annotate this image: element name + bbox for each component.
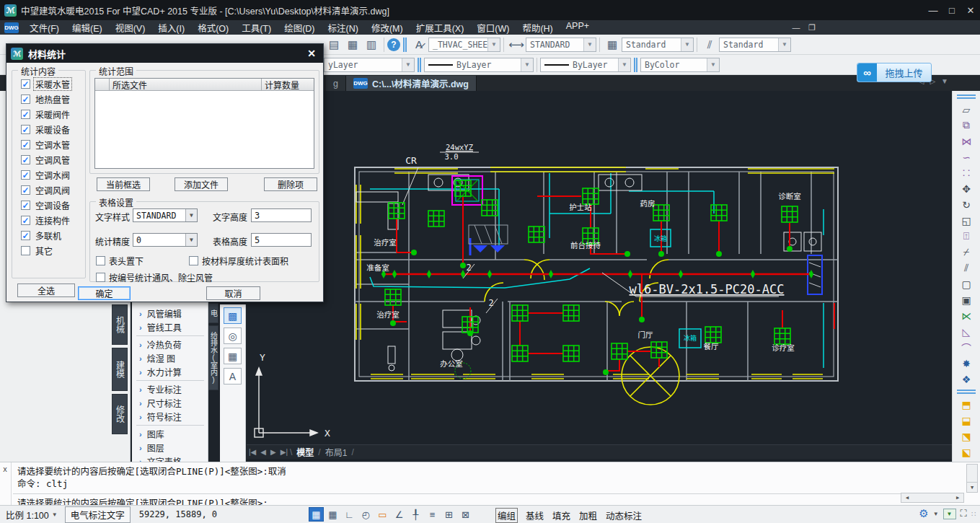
text-style-combo[interactable]: _THVAC_SHEET ▼	[428, 38, 500, 52]
checkbox-icon[interactable]	[96, 256, 105, 265]
content-item-空调设备[interactable]: ✓空调设备	[12, 198, 85, 213]
donut-icon[interactable]: ◎	[224, 328, 242, 344]
chevron-down-icon[interactable]: ▼	[933, 511, 939, 517]
array-icon[interactable]: ⸬	[958, 165, 975, 180]
mdi-minimize-button[interactable]: —	[788, 22, 804, 33]
drawing-canvas[interactable]: 治疗室准备室治疗室办公室护士站前台接待药房门厅餐厅诊断室诊疗室冰箱冰箱CR24w…	[247, 91, 952, 462]
copy-icon[interactable]: ⧉	[958, 118, 975, 133]
palette-tab-修改[interactable]: 修改	[112, 394, 128, 434]
command-line[interactable]: x 请选择要统计的内容后按确定[选取闭合PLINE(P)]<整张图>:取消命令:…	[0, 462, 980, 505]
lineweight-icon[interactable]: ≡	[425, 507, 440, 522]
stretch-icon[interactable]: ⍐	[958, 229, 975, 244]
join-icon[interactable]: ⋉	[958, 308, 975, 323]
checkbox-icon[interactable]	[96, 273, 105, 282]
dynamic-input-icon[interactable]: ╀	[408, 507, 423, 522]
menu-item-工具(T)[interactable]: 工具(T)	[235, 19, 278, 36]
layer-combo[interactable]: yLayer ▼	[324, 58, 415, 72]
select-all-button[interactable]: 全选	[17, 284, 75, 297]
chevron-down-icon[interactable]: ▼	[185, 234, 197, 246]
command-vscrollbar[interactable]: ▼	[966, 464, 978, 493]
content-item-地热盘管[interactable]: ✓地热盘管	[12, 92, 85, 107]
command-hscrollbar[interactable]: ◀ ▶	[901, 493, 964, 503]
panel-item-焓湿 图[interactable]: ›焓湿 图	[132, 351, 208, 365]
menu-item-帮助(H)[interactable]: 帮助(H)	[516, 19, 559, 36]
checkbox-icon[interactable]	[21, 246, 30, 255]
toggle-编组[interactable]: 编组	[496, 509, 517, 522]
mdi-restore-button[interactable]: ❐	[804, 22, 820, 33]
snap-mode-icon[interactable]: ▦	[325, 507, 340, 522]
layout-tab-模型[interactable]: 模型	[296, 446, 314, 458]
checkbox-icon[interactable]: ✓	[21, 170, 30, 180]
content-item-其它[interactable]: 其它	[12, 243, 85, 258]
checkbox-icon[interactable]: ✓	[21, 79, 30, 89]
mleader-style-combo[interactable]: Standard ▼	[719, 38, 791, 52]
mleader-style-icon[interactable]: ⫽	[701, 37, 718, 53]
content-item-空调水管[interactable]: ✓空调水管	[12, 137, 85, 152]
panel-item-水力计算[interactable]: ›水力计算	[132, 365, 208, 379]
menu-item-扩展工具(X)[interactable]: 扩展工具(X)	[410, 19, 471, 36]
discipline-tab-电[interactable]: 电	[208, 303, 218, 323]
extend-icon[interactable]: ⫽	[958, 260, 975, 276]
explode-icon[interactable]: ✸	[958, 356, 975, 371]
panel-item-专业标注[interactable]: ›专业标注	[132, 382, 208, 396]
header-bottom-checkbox[interactable]: 表头置下	[96, 255, 144, 267]
menu-item-修改(M)[interactable]: 修改(M)	[365, 19, 410, 36]
current-selection-button[interactable]: 当前框选	[97, 177, 150, 191]
dialog-close-icon[interactable]: ✕	[307, 48, 316, 59]
content-item-采暖设备[interactable]: ✓采暖设备	[12, 122, 85, 137]
dim-style-combo[interactable]: STANDARD ▼	[526, 38, 596, 52]
chevron-down-icon[interactable]: ▼	[681, 38, 693, 51]
checkbox-icon[interactable]: ✓	[21, 155, 30, 164]
panel-item-图层[interactable]: ›图层	[132, 441, 208, 454]
linetype-combo[interactable]: ByLayer ▼	[540, 58, 631, 72]
checkbox-icon[interactable]: ✓	[21, 110, 30, 119]
add-file-button[interactable]: 添加文件	[175, 177, 228, 191]
text-icon[interactable]: A	[224, 368, 242, 384]
offset-icon[interactable]: ∽	[958, 149, 975, 164]
ok-button[interactable]: 确定	[78, 286, 131, 300]
trim-icon[interactable]: ⌿	[958, 245, 975, 260]
checkbox-icon[interactable]: ✓	[21, 216, 30, 225]
annotation-style-button[interactable]: 电气标注文字	[65, 506, 131, 523]
toggle-加粗[interactable]: 加粗	[579, 509, 597, 522]
chevron-down-icon[interactable]: ▼	[583, 38, 596, 51]
object-snap-icon[interactable]: ▭	[375, 507, 390, 522]
scroll-left-icon[interactable]: ◀	[901, 493, 913, 502]
discipline-tab-给排水(室内)[interactable]: 给排水(室内)	[208, 325, 218, 390]
table-style-icon[interactable]: ▦	[604, 37, 621, 53]
table-icon[interactable]: ▦	[224, 348, 242, 364]
scale-selector[interactable]: 比例 1:100 ▼	[6, 508, 58, 522]
content-item-连接构件[interactable]: ✓连接构件	[12, 213, 85, 228]
menu-item-插入(I)[interactable]: 插入(I)	[151, 19, 191, 36]
send-to-back-icon[interactable]: ⬓	[958, 413, 975, 428]
chevron-down-icon[interactable]: ▼	[778, 38, 790, 51]
panel-item-冷热负荷[interactable]: ›冷热负荷	[132, 338, 208, 351]
menu-item-APP+[interactable]: APP+	[560, 19, 596, 36]
chevron-down-icon[interactable]: ▼	[618, 58, 630, 71]
precision-combo[interactable]: 0 ▼	[133, 233, 198, 247]
checkbox-icon[interactable]	[189, 256, 198, 265]
erase-icon[interactable]: ▱	[958, 102, 975, 117]
drag-upload-button[interactable]: ∞ 拖拽上传	[857, 63, 932, 82]
layout-tab-布局1[interactable]: 布局1	[325, 446, 348, 458]
table-height-input[interactable]: 5	[251, 233, 312, 247]
bring-above-icon[interactable]: ⬔	[958, 428, 975, 444]
delete-item-button[interactable]: 删除项	[264, 177, 317, 191]
menu-item-格式(O)[interactable]: 格式(O)	[191, 19, 235, 36]
content-item-采暖水管[interactable]: ✓采暖水管	[12, 76, 85, 92]
toggle-填充[interactable]: 填充	[552, 509, 570, 522]
settings-gear-icon[interactable]: ⚙	[919, 507, 928, 520]
document-tab-partial[interactable]: g	[326, 76, 346, 91]
hatch-icon[interactable]: ▩	[224, 307, 242, 324]
checkbox-icon[interactable]: ✓	[21, 201, 30, 210]
panel-item-风管编辑[interactable]: ›风管编辑	[132, 307, 208, 320]
checkbox-icon[interactable]: ✓	[21, 95, 30, 104]
lineweight-combo[interactable]: ByColor ▼	[640, 58, 720, 72]
sheet-list-icon[interactable]: ▥	[363, 37, 380, 53]
menu-item-视图(V)[interactable]: 视图(V)	[109, 19, 152, 36]
chevron-down-icon[interactable]: ▼	[521, 58, 533, 71]
ortho-mode-icon[interactable]: ∟	[342, 507, 357, 522]
selected-files-table[interactable]: 所选文件 计算数量	[94, 78, 314, 169]
panel-item-管线工具[interactable]: ›管线工具	[132, 320, 208, 334]
chevron-down-icon[interactable]: ▼	[487, 38, 500, 51]
